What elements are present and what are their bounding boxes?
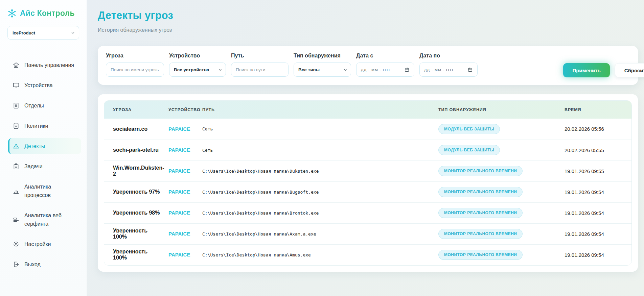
detection-time: 20.02.2026 05:56 — [561, 119, 631, 140]
building-icon — [13, 102, 20, 109]
device-link[interactable]: PAPAICE — [168, 189, 190, 195]
apply-button[interactable]: Применить — [563, 63, 610, 77]
home-icon — [13, 61, 20, 69]
sidebar: Айс Контроль IceProduct Панель управлени… — [0, 0, 87, 296]
filter-bar: Угроза Устройство Все устройства Путь Ти… — [98, 46, 638, 85]
date-to-input[interactable]: дд . мм . гггг — [419, 63, 478, 77]
threat-search-input[interactable] — [106, 63, 164, 77]
detection-type-select[interactable]: Все типы — [294, 63, 351, 77]
page-subtitle: История обнаруженных угроз — [98, 27, 638, 33]
sidebar-nav: Панель управления Устройства Отделы Поли… — [0, 57, 87, 272]
device-filter-label: Устройство — [169, 53, 226, 59]
table-row[interactable]: Уверенность 100% PAPAICE C:\Users\Ice\De… — [104, 223, 631, 244]
threat-name: Уверенность 100% — [104, 223, 165, 244]
web-analytics-icon — [13, 216, 20, 223]
gear-icon — [13, 241, 20, 248]
date-from-label: Дата с — [356, 53, 414, 59]
column-header-device: УСТРОЙСТВО — [165, 101, 199, 119]
threat-path: C:\Users\Ice\Desktop\Новая папка\Axam.a.… — [199, 223, 435, 244]
detections-table-card: УГРОЗА УСТРОЙСТВО ПУТЬ ТИП ОБНАРУЖЕНИЯ В… — [98, 94, 638, 272]
detection-type-badge: МОДУЛЬ ВЕБ ЗАЩИТЫ — [438, 145, 500, 155]
page-title: Детекты угроз — [98, 9, 638, 22]
threat-path: Сеть — [199, 119, 435, 140]
threat-name: sochi-park-otel.ru — [104, 140, 165, 161]
table-row[interactable]: Уверенность 98% PAPAICE C:\Users\Ice\Des… — [104, 202, 631, 223]
threat-name: Уверенность 98% — [104, 202, 165, 223]
product-select[interactable]: IceProduct — [7, 26, 79, 40]
device-link[interactable]: PAPAICE — [168, 252, 190, 257]
device-link[interactable]: PAPAICE — [168, 210, 190, 216]
sidebar-item-settings[interactable]: Настройки — [8, 236, 81, 252]
column-header-path: ПУТЬ — [199, 101, 435, 119]
sidebar-item-policies[interactable]: Политики — [8, 118, 81, 134]
sidebar-item-tasks[interactable]: Задачи — [8, 158, 81, 174]
date-to-label: Дата по — [419, 53, 478, 59]
table-row[interactable]: socialearn.co PAPAICE Сеть МОДУЛЬ ВЕБ ЗА… — [104, 119, 631, 140]
sidebar-item-logout[interactable]: Выход — [8, 256, 81, 272]
threat-path: C:\Users\Ice\Desktop\Новая папка\Brontok… — [199, 202, 435, 223]
threat-name: socialearn.co — [104, 119, 165, 140]
sidebar-item-dashboard[interactable]: Панель управления — [8, 57, 81, 73]
column-header-time: ВРЕМЯ — [561, 101, 631, 119]
detection-type-badge: МОНИТОР РЕАЛЬНОГО ВРЕМЕНИ — [438, 250, 523, 260]
device-select[interactable]: Все устройства — [169, 63, 226, 77]
bar-chart-icon — [13, 188, 20, 195]
logout-icon — [13, 261, 20, 268]
threat-path: C:\Users\Ice\Desktop\Новая папка\Amus.ex… — [199, 244, 435, 265]
detection-time: 19.01.2026 09:54 — [561, 244, 631, 265]
detections-table: УГРОЗА УСТРОЙСТВО ПУТЬ ТИП ОБНАРУЖЕНИЯ В… — [104, 101, 631, 265]
device-link[interactable]: PAPAICE — [168, 126, 190, 132]
detection-type-badge: МОНИТОР РЕАЛЬНОГО ВРЕМЕНИ — [438, 187, 523, 197]
path-filter-label: Путь — [231, 53, 289, 59]
sidebar-item-devices[interactable]: Устройства — [8, 77, 81, 93]
threat-path: C:\Users\Ice\Desktop\Новая папка\Bugsoft… — [199, 181, 435, 202]
detection-time: 19.01.2026 09:54 — [561, 202, 631, 223]
threat-path: Сеть — [199, 140, 435, 161]
detection-type-badge: МОНИТОР РЕАЛЬНОГО ВРЕМЕНИ — [438, 229, 523, 239]
monitor-icon — [13, 82, 20, 89]
alert-triangle-icon — [13, 143, 20, 150]
sidebar-item-process-analytics[interactable]: Аналитика процессов — [8, 179, 81, 203]
table-row[interactable]: Уверенность 97% PAPAICE C:\Users\Ice\Des… — [104, 181, 631, 202]
table-header-row: УГРОЗА УСТРОЙСТВО ПУТЬ ТИП ОБНАРУЖЕНИЯ В… — [104, 101, 631, 119]
sidebar-item-detects[interactable]: Детекты — [8, 138, 81, 154]
type-filter-label: Тип обнаружения — [294, 53, 351, 59]
sidebar-item-departments[interactable]: Отделы — [8, 98, 81, 114]
document-icon — [13, 122, 20, 129]
threat-filter-label: Угроза — [106, 53, 164, 59]
table-row[interactable]: Уверенность 100% PAPAICE C:\Users\Ice\De… — [104, 244, 631, 265]
table-row[interactable]: Win.Worm.Duksten-2 PAPAICE C:\Users\Ice\… — [104, 161, 631, 181]
date-from-input[interactable]: дд . мм . гггг — [356, 63, 414, 77]
detection-type-badge: МОДУЛЬ ВЕБ ЗАЩИТЫ — [438, 124, 500, 134]
brand: Айс Контроль — [0, 9, 87, 18]
device-link[interactable]: PAPAICE — [168, 168, 190, 174]
threat-path: C:\Users\Ice\Desktop\Новая папка\Duksten… — [199, 161, 435, 181]
detection-time: 19.01.2026 09:54 — [561, 181, 631, 202]
threat-name: Уверенность 97% — [104, 181, 165, 202]
reset-button[interactable]: Сбросить — [615, 63, 644, 77]
snowflake-icon — [7, 9, 17, 18]
calendar-icon — [467, 67, 473, 72]
detection-time: 19.01.2026 09:55 — [561, 161, 631, 181]
column-header-threat: УГРОЗА — [104, 101, 165, 119]
brand-title: Айс Контроль — [20, 9, 75, 18]
table-row[interactable]: sochi-park-otel.ru PAPAICE Сеть МОДУЛЬ В… — [104, 140, 631, 161]
detection-type-badge: МОНИТОР РЕАЛЬНОГО ВРЕМЕНИ — [438, 166, 523, 176]
detection-type-badge: МОНИТОР РЕАЛЬНОГО ВРЕМЕНИ — [438, 208, 523, 218]
calendar-icon — [404, 67, 410, 72]
threat-name: Win.Worm.Duksten-2 — [104, 161, 165, 181]
threat-name: Уверенность 100% — [104, 244, 165, 265]
clipboard-icon — [13, 163, 20, 170]
column-header-type: ТИП ОБНАРУЖЕНИЯ — [435, 101, 561, 119]
main-content: Детекты угроз История обнаруженных угроз… — [87, 0, 644, 296]
device-link[interactable]: PAPAICE — [168, 147, 190, 153]
sidebar-item-web-analytics[interactable]: Аналитика веб серфинга — [8, 207, 81, 232]
detection-time: 19.01.2026 09:54 — [561, 223, 631, 244]
device-link[interactable]: PAPAICE — [168, 231, 190, 237]
path-search-input[interactable] — [231, 63, 289, 77]
detection-time: 20.02.2026 05:55 — [561, 140, 631, 161]
